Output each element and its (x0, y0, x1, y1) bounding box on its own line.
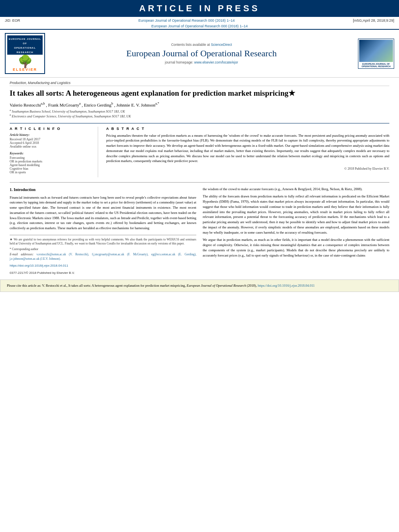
article-info-col: A R T I C L E I N F O Article history: R… (10, 127, 98, 177)
section-label: Production, Manufacturing and Logistics (10, 81, 389, 86)
author-sup-a: a,b (41, 102, 45, 105)
article-history: Article history: Received 18 April 2017 … (10, 133, 93, 148)
affiliation-b: b Electronics and Computer Science, Univ… (10, 113, 389, 118)
cite-doi-link[interactable]: https://doi.org/10.1016/j.ejor.2018.04.0… (258, 283, 315, 288)
doi-line2: 0377-2217/© 2018 Published by Elsevier B… (10, 271, 196, 275)
journal-logo-subtitle: EUROPEAN JOURNAL OFOPERATIONAL RESEARCH (9, 38, 41, 53)
journal-name-big: European Journal of Operational Research (53, 48, 350, 59)
accepted-value: Accepted 6 April 2018 (10, 141, 93, 145)
copyright-line: © 2018 Published by Elsevier B.V. (106, 167, 389, 170)
cite-journal: European Journal of Operational Research (187, 283, 246, 288)
footnote-area: ★ We are grateful to two anonymous refer… (10, 235, 196, 276)
elsevier-logo: EUROPEAN JOURNAL OFOPERATIONAL RESEARCH … (5, 33, 45, 74)
keyword-3: Cognitive bias (10, 167, 93, 170)
keywords-section: Keywords: Forecasting OR in prediction m… (10, 152, 93, 174)
footnote-star: ★ We are grateful to two anonymous refer… (10, 238, 196, 246)
header-section: EUROPEAN JOURNAL OFOPERATIONAL RESEARCH … (0, 29, 399, 78)
right-para3: We argue that in prediction markets, as … (203, 237, 389, 258)
keyword-1: OR in prediction markets (10, 160, 93, 163)
top-meta: JID: EOR European Journal of Operational… (0, 17, 399, 24)
footnote-emails: E-mail addresses: v.restocchi@soton.ac.u… (10, 253, 196, 261)
affiliation-a: a Southampton Business School, Universit… (10, 109, 389, 113)
authors: Valerio Restocchia,b , Frank McGroartya … (10, 102, 389, 107)
intro-para1: Financial instruments such as forward an… (10, 195, 196, 231)
elsevier-wordmark: ELSEVIER (7, 68, 43, 72)
abstract-text: Pricing anomalies threaten the value of … (106, 133, 389, 164)
tree-icon: 🌳 (7, 55, 43, 68)
author-sup-b: a (79, 102, 81, 105)
abstract-col: A B S T R A C T Pricing anomalies threat… (106, 127, 389, 177)
author-sup-d: a,* (155, 102, 159, 105)
contents-line: Contents lists available at ScienceDirec… (53, 43, 350, 47)
author-sup-c: b (111, 102, 113, 105)
journal-logo-text: EUROPEAN JOURNAL OF OPERATIONAL RESEARCH (359, 63, 393, 68)
jid-label: JID: EOR (5, 18, 20, 23)
article-info-title: A R T I C L E I N F O (10, 127, 93, 131)
journal-link-text[interactable]: European Journal of Operational Research… (138, 18, 235, 23)
article-title: It takes all sorts: A heterogeneous agen… (10, 88, 389, 99)
journal-link: European Journal of Operational Research… (138, 18, 235, 23)
affiliations: a Southampton Business School, Universit… (10, 109, 389, 118)
keyword-4: OR in sports (10, 170, 93, 174)
author-johnnie: , Johnnie E. V. Johnson (114, 102, 156, 107)
doi-line1: https://doi.org/10.1016/j.ejor.2018.04.0… (10, 263, 196, 268)
footnote-corresponding: * Corresponding author (10, 247, 196, 252)
cite-prefix: Please cite this article as: V. Restocch… (7, 283, 186, 288)
article-content: Production, Manufacturing and Logistics … (0, 78, 399, 275)
sciencedirect-link[interactable]: ScienceDirect (211, 43, 232, 47)
right-para2: The ability of the forecasts drawn from … (203, 194, 389, 235)
body-right-col: the wisdom of the crowd to make accurate… (203, 187, 389, 276)
received-value: Received 18 April 2017 (10, 138, 93, 141)
history-label: Article history: (10, 133, 93, 137)
right-para-start: the wisdom of the crowd to make accurate… (203, 187, 389, 192)
stamp-label: [m5G;April 28, 2018;9:29] (353, 18, 394, 23)
email-link[interactable]: v.restocchi@soton.ac.uk (V. Restocchi), … (10, 253, 196, 261)
doi-link1[interactable]: https://doi.org/10.1016/j.ejor.2018.04.0… (10, 264, 68, 267)
author-enrico: , Enrico Gerding (82, 102, 111, 107)
homepage-url[interactable]: www.elsevier.com/locate/ejor (194, 60, 238, 64)
article-in-press-banner: ARTICLE IN PRESS (0, 0, 399, 17)
available-value: Available online xxx (10, 145, 93, 148)
keyword-2: Agent-based modelling (10, 163, 93, 167)
intro-heading: 1. Introduction (10, 187, 196, 193)
keyword-0: Forecasting (10, 156, 93, 160)
journal-logo-visual (359, 40, 393, 62)
keywords-label: Keywords: (10, 152, 93, 155)
cite-footer: Please cite this article as: V. Restocch… (0, 279, 399, 292)
body-divider (10, 182, 389, 183)
journal-logo-box: EUROPEAN JOURNAL OF OPERATIONAL RESEARCH (358, 39, 394, 69)
abstract-title: A B S T R A C T (106, 127, 389, 131)
two-column-info: A R T I C L E I N F O Article history: R… (10, 123, 389, 177)
header-center: Contents lists available at ScienceDirec… (45, 43, 358, 64)
body-left-col: 1. Introduction Financial instruments su… (10, 187, 196, 276)
two-col-body: 1. Introduction Financial instruments su… (10, 187, 389, 276)
author-restocchi: Valerio Restocchi (10, 102, 41, 107)
journal-ref-link[interactable]: European Journal of Operational Research… (151, 24, 248, 28)
cite-suffix: (2018), (247, 283, 257, 288)
journal-homepage: journal homepage: www.elsevier.com/locat… (53, 60, 350, 64)
author-frank: , Frank McGroarty (46, 102, 79, 107)
